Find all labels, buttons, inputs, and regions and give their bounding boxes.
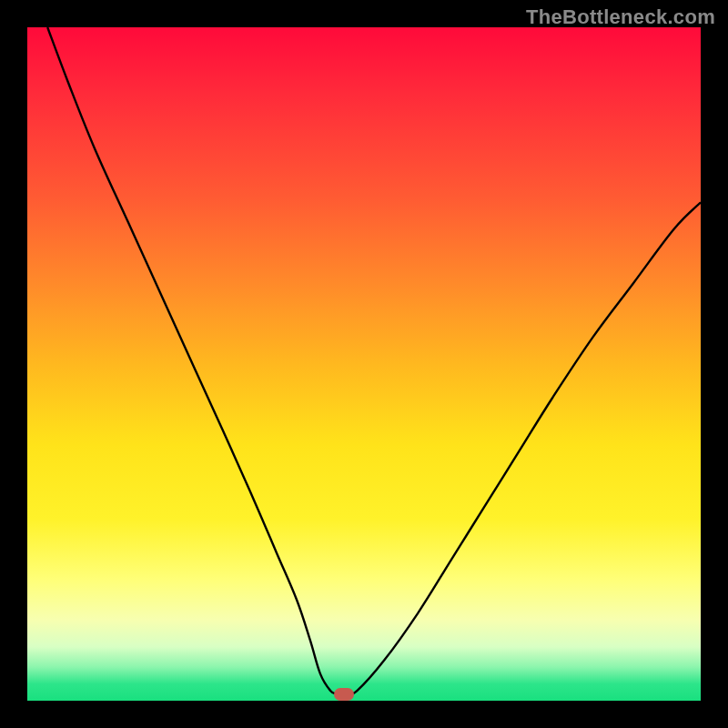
plot-area [27, 27, 701, 701]
curve-svg [27, 27, 701, 701]
watermark-text: TheBottleneck.com [526, 5, 715, 29]
chart-canvas: TheBottleneck.com [0, 0, 728, 728]
optimal-marker [334, 688, 354, 701]
bottleneck-curve [47, 27, 701, 694]
